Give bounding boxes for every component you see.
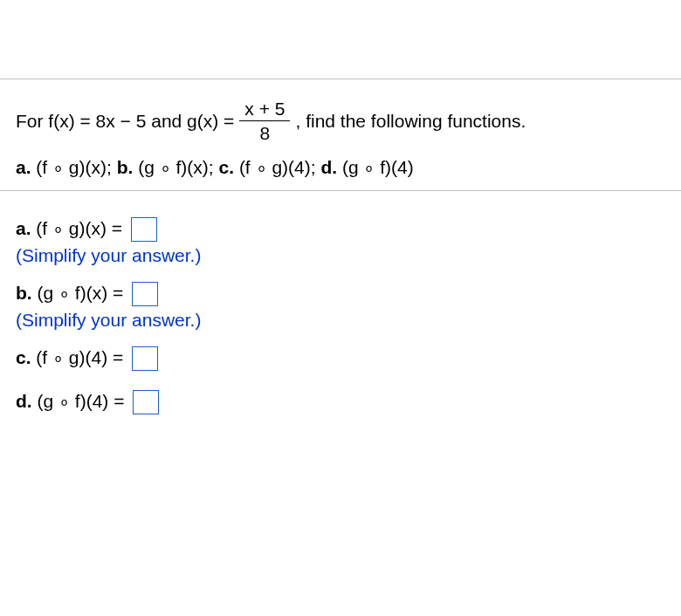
answer-d-input[interactable] [133, 390, 159, 414]
part-d-label: d. [320, 157, 337, 177]
answer-d-expr: (g ∘ f)(4) = [32, 391, 130, 411]
answer-c-label: c. [16, 347, 31, 367]
question-line-1: For f(x) = 8x − 5 and g(x) = x + 5 8 , f… [16, 99, 667, 143]
answers-section: a. (f ∘ g)(x) = (Simplify your answer.) … [0, 191, 681, 441]
parts-list: a. (f ∘ g)(x); b. (g ∘ f)(x); c. (f ∘ g)… [16, 157, 667, 178]
answer-d-label: d. [16, 391, 32, 411]
answer-a-label: a. [16, 218, 31, 238]
answer-b-input[interactable] [132, 282, 158, 306]
part-d-text: (g ∘ f)(4) [337, 157, 414, 177]
answer-a-expr: (f ∘ g)(x) = [31, 218, 127, 238]
part-c-label: c. [219, 157, 235, 177]
part-b-label: b. [117, 157, 134, 177]
answer-c-expr: (f ∘ g)(4) = [31, 347, 129, 367]
answer-b-label: b. [16, 283, 32, 303]
fraction-g: x + 5 8 [239, 99, 290, 143]
part-a-text: (f ∘ g)(x); [31, 157, 117, 177]
answer-a-hint: (Simplify your answer.) [16, 245, 667, 266]
fraction-denominator: 8 [260, 121, 271, 143]
answer-b-expr: (g ∘ f)(x) = [32, 283, 128, 303]
question-section: For f(x) = 8x − 5 and g(x) = x + 5 8 , f… [0, 79, 681, 190]
part-b-text: (g ∘ f)(x); [133, 157, 218, 177]
answer-row-d: d. (g ∘ f)(4) = [16, 390, 667, 414]
part-c-text: (f ∘ g)(4); [234, 157, 320, 177]
answer-b-hint: (Simplify your answer.) [16, 310, 667, 331]
question-prefix: For f(x) = 8x − 5 and g(x) = [16, 107, 234, 135]
answer-row-b: b. (g ∘ f)(x) = [16, 282, 667, 306]
answer-row-c: c. (f ∘ g)(4) = [16, 346, 667, 371]
question-suffix: , find the following functions. [295, 107, 526, 135]
answer-a-input[interactable] [131, 217, 157, 242]
answer-row-a: a. (f ∘ g)(x) = [16, 217, 667, 242]
answer-c-input[interactable] [132, 346, 158, 371]
fraction-numerator: x + 5 [239, 99, 290, 121]
top-spacer [0, 0, 681, 79]
part-a-label: a. [16, 157, 31, 177]
